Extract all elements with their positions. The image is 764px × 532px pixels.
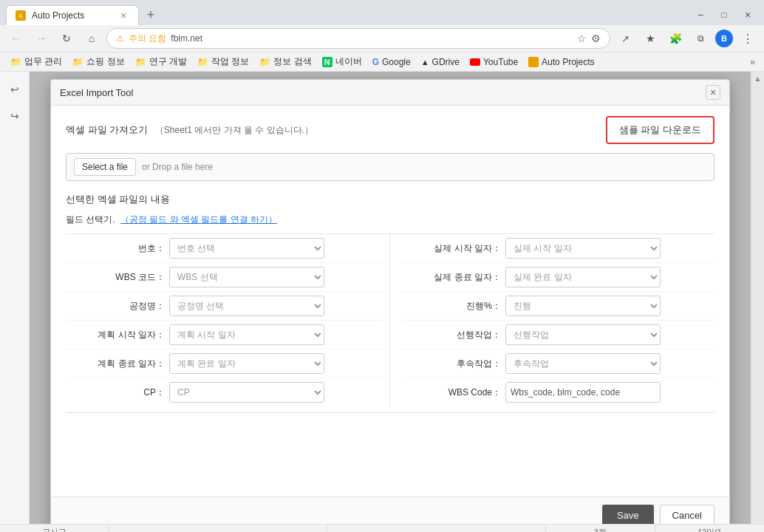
star-icon[interactable]: ☆ <box>577 33 587 44</box>
bookmark-label: 정보 검색 <box>273 55 311 68</box>
field-right-column: 실제 시작 일자： 실제 시작 일자 실제 종료 일자： 실제 완료 일자 <box>390 234 714 406</box>
folder-icon: 📁 <box>197 57 208 67</box>
autoproj-icon <box>528 57 539 67</box>
address-input[interactable]: ⚠ 주의 요함 fbim.net ☆ ⚙ <box>106 28 610 49</box>
profile-avatar[interactable]: B <box>715 30 733 47</box>
active-tab[interactable]: A Auto Projects × <box>6 5 139 25</box>
empty-content-area <box>66 412 714 486</box>
field-selector-link[interactable]: （공정 필드 와 엑셀 필드를 연결 하기） <box>120 214 277 225</box>
bookmarks-bar: 📁 업무 관리 📁 쇼핑 정보 📁 연구 개발 📁 작업 정보 📁 정보 검색 … <box>0 52 764 72</box>
naver-icon: N <box>322 57 332 67</box>
tab-close-icon[interactable]: × <box>117 10 129 21</box>
process-name-field-select[interactable]: 공정명 선택 <box>169 296 324 316</box>
folder-icon: 📁 <box>135 57 146 67</box>
new-tab-button[interactable]: + <box>140 4 161 25</box>
bookmark-gdrive[interactable]: ▲ GDrive <box>417 55 464 69</box>
save-button[interactable]: Save <box>602 505 654 524</box>
field-label-process-name: 공정명： <box>66 300 169 313</box>
address-protocol: 주의 요함 <box>129 33 166 45</box>
bookmark-google[interactable]: G Google <box>368 55 415 69</box>
wbs-code-value-input[interactable] <box>505 382 661 403</box>
forward-button[interactable]: → <box>31 28 52 49</box>
successor-field-select[interactable]: 후속작업 <box>505 353 661 374</box>
wbs-code-field-select[interactable]: WBS 선택 <box>169 267 324 287</box>
dialog-header: Excel Import Tool × <box>51 80 729 106</box>
field-label-wbs-code-value: WBS Code： <box>402 386 505 399</box>
sample-download-button[interactable]: 샘플 파일 다운로드 <box>606 116 714 144</box>
share-button[interactable]: ↗ <box>615 28 635 49</box>
youtube-icon <box>470 58 480 66</box>
bookmark-naver[interactable]: N 네이버 <box>318 54 366 69</box>
field-label-plan-start: 계획 시작 일자： <box>66 329 169 341</box>
split-screen-button[interactable]: ⧉ <box>690 28 711 49</box>
plan-start-field-select[interactable]: 계획 시작 일자 <box>169 324 324 345</box>
extension-icon[interactable]: ⚙ <box>591 33 601 44</box>
bookmark-label: 네이버 <box>335 55 362 68</box>
status-segment-1 <box>109 525 327 532</box>
maximize-button[interactable]: □ <box>714 4 734 25</box>
minimize-button[interactable]: − <box>690 4 711 25</box>
bookmark-label: 연구 개발 <box>149 55 187 68</box>
predecessor-field-select[interactable]: 선행작업 <box>505 324 661 345</box>
dialog-title: Excel Import Tool <box>60 87 133 98</box>
dialog-backdrop: Excel Import Tool × 엑셀 파일 가져오기 （Sheet1 에… <box>30 72 751 524</box>
plan-end-field-select[interactable]: 계획 완료 일자 <box>169 353 324 374</box>
field-label-predecessor: 선행작업： <box>402 329 505 341</box>
back-button[interactable]: ← <box>6 28 27 49</box>
progress-field-select[interactable]: 진행 <box>505 296 661 316</box>
cancel-button[interactable]: Cancel <box>660 505 714 524</box>
bookmark-label: Auto Projects <box>542 57 594 67</box>
field-mapping-grid: 번호： 번호 선택 WBS 코드： WBS 선택 <box>66 233 714 406</box>
main-area: ↩ ↪ Excel Import Tool × 엑셀 파일 가져오 <box>0 72 764 524</box>
field-label-wbs-code: WBS 코드： <box>66 271 169 284</box>
status-bar: 공사구 3월 12일(1 <box>0 524 764 532</box>
bookmark-item-3[interactable]: 📁 작업 정보 <box>193 54 253 69</box>
cp-field-select[interactable]: CP <box>169 382 324 403</box>
dialog-body: 엑셀 파일 가져오기 （Sheet1 에서만 가져 올 수 있습니다.） 샘플 … <box>51 106 729 497</box>
field-row-process-name: 공정명： 공정명 선택 <box>66 292 383 321</box>
tab-bar: A Auto Projects × + − □ × <box>0 0 764 25</box>
bookmark-autoprojects[interactable]: Auto Projects <box>524 55 598 69</box>
redo-button[interactable]: ↪ <box>3 104 27 128</box>
app-right-panel: ▲ <box>751 72 764 524</box>
gdrive-icon: ▲ <box>421 58 429 66</box>
scroll-up-arrow[interactable]: ▲ <box>753 73 763 84</box>
bookmark-item-2[interactable]: 📁 연구 개발 <box>131 54 191 69</box>
dialog-footer: Save Cancel <box>51 497 729 524</box>
number-field-select[interactable]: 번호 선택 <box>169 238 324 259</box>
drop-text: or Drop a file here <box>142 162 213 172</box>
import-header-row: 엑셀 파일 가져오기 （Sheet1 에서만 가져 올 수 있습니다.） 샘플 … <box>66 116 714 144</box>
tab-favicon: A <box>16 10 26 21</box>
actual-start-field-select[interactable]: 실제 시작 일자 <box>505 238 661 259</box>
dialog-close-button[interactable]: × <box>706 85 720 100</box>
file-drop-area[interactable]: Select a file or Drop a file here <box>66 153 714 181</box>
field-row-wbs-code: WBS 코드： WBS 선택 <box>66 263 383 292</box>
field-row-plan-start: 계획 시작 일자： 계획 시작 일자 <box>66 321 383 349</box>
folder-icon: 📁 <box>72 57 83 67</box>
home-button[interactable]: ⌂ <box>81 28 102 49</box>
bookmark-star-button[interactable]: ★ <box>640 28 661 49</box>
extensions-button[interactable]: 🧩 <box>665 28 686 49</box>
browser-chrome: A Auto Projects × + − □ × ← → ↻ ⌂ ⚠ 주의 요… <box>0 0 764 72</box>
bookmark-item-4[interactable]: 📁 정보 검색 <box>255 54 316 69</box>
bookmark-item-1[interactable]: 📁 쇼핑 정보 <box>68 54 129 69</box>
field-label-actual-end: 실제 종료 일자： <box>402 271 505 284</box>
field-label-successor: 후속작업： <box>402 358 505 370</box>
more-bookmarks[interactable]: » <box>747 55 758 69</box>
field-row-plan-end: 계획 종료 일자： 계획 완료 일자 <box>66 349 383 378</box>
menu-button[interactable]: ⋮ <box>737 28 758 49</box>
tab-title: Auto Projects <box>32 10 112 21</box>
folder-icon: 📁 <box>259 57 270 67</box>
actual-end-field-select[interactable]: 실제 완료 일자 <box>505 267 661 287</box>
close-button[interactable]: × <box>737 4 758 25</box>
field-row-cp: CP： CP <box>66 378 383 406</box>
window-controls: − □ × <box>690 4 758 25</box>
bookmark-youtube[interactable]: YouTube <box>465 55 522 69</box>
field-row-number: 번호： 번호 선택 <box>66 234 383 263</box>
bookmark-label: 업무 관리 <box>24 55 62 68</box>
field-row-successor: 후속작업： 후속작업 <box>402 349 714 378</box>
undo-button[interactable]: ↩ <box>3 78 27 101</box>
reload-button[interactable]: ↻ <box>56 28 77 49</box>
bookmark-item-0[interactable]: 📁 업무 관리 <box>6 54 66 69</box>
select-file-button[interactable]: Select a file <box>74 158 136 176</box>
